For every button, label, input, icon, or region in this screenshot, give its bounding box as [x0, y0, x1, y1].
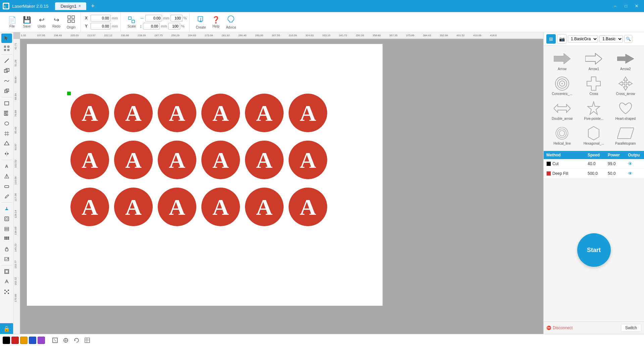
transform-button[interactable]	[50, 336, 60, 345]
close-button[interactable]: ✕	[632, 3, 641, 9]
edit-pen-tool[interactable]	[1, 192, 12, 201]
shape-circle-7[interactable]: A	[70, 141, 109, 179]
color-black[interactable]	[3, 337, 10, 344]
height-input[interactable]	[143, 23, 160, 30]
category1-select[interactable]: 1.BasicGra	[568, 35, 598, 43]
line-tool[interactable]	[1, 56, 12, 65]
search-button[interactable]: 🔍	[624, 35, 632, 43]
color-purple[interactable]	[38, 337, 45, 344]
image-tool[interactable]	[1, 254, 12, 264]
tab-close-button[interactable]: ×	[79, 4, 81, 8]
grid-tool[interactable]	[1, 129, 12, 138]
shape-circle-4[interactable]: A	[201, 94, 240, 132]
shape-parallelogram[interactable]: Parallelogram	[610, 123, 641, 148]
deep-fill-visibility-toggle[interactable]: 👁	[628, 171, 641, 176]
color-orange[interactable]	[20, 337, 28, 344]
shape-circle-5[interactable]: A	[245, 94, 284, 132]
shape-circle-17[interactable]: A	[245, 188, 284, 226]
create-button[interactable]: Create	[194, 14, 208, 31]
width-input[interactable]	[145, 15, 162, 21]
ellipse-tool[interactable]	[1, 119, 12, 128]
shape-circle-11[interactable]: A	[245, 141, 284, 179]
color-red[interactable]	[11, 337, 19, 344]
fill-tool[interactable]	[1, 204, 12, 213]
y-label: Y	[85, 24, 90, 29]
lock-button[interactable]: 🔒	[0, 323, 13, 334]
rect-tool[interactable]	[1, 99, 12, 108]
shape-circle-12[interactable]: A	[289, 141, 327, 179]
width-pct-input[interactable]	[170, 15, 183, 21]
eraser-tool[interactable]	[1, 182, 12, 191]
node-edit-tool[interactable]	[1, 44, 12, 53]
shape-circle-14[interactable]: A	[114, 188, 153, 226]
shape-circle-6[interactable]: A	[289, 94, 327, 132]
shape-arrow1[interactable]: Arrow1	[578, 49, 609, 73]
offset-tool[interactable]	[1, 214, 12, 224]
active-tab[interactable]: Design1 ×	[55, 2, 86, 10]
help-button[interactable]: ❓ Help	[209, 14, 222, 30]
shape-arrow[interactable]: Arrow	[546, 49, 578, 73]
mirror-tool[interactable]	[1, 149, 12, 158]
new-tab-button[interactable]: +	[89, 3, 97, 10]
lock-layer-tool[interactable]	[1, 244, 12, 254]
frame-tool[interactable]	[1, 267, 12, 276]
category2-select[interactable]: 1.Basic	[599, 35, 623, 43]
copy-tool[interactable]	[1, 86, 12, 96]
select-tool[interactable]	[1, 34, 12, 43]
shape-circle-3[interactable]: A	[158, 94, 196, 132]
shape-circle-9[interactable]: A	[158, 141, 196, 179]
save-button[interactable]: 💾 Save	[20, 14, 34, 30]
shape-circle-18[interactable]: A	[289, 188, 327, 226]
shape-heart[interactable]: Heart-shaped	[610, 98, 641, 123]
shape-circle-13[interactable]: A	[70, 188, 109, 226]
symmetry-tool[interactable]	[1, 171, 12, 181]
shape-concentric[interactable]: Concentric_...	[546, 73, 578, 98]
disconnect-button[interactable]: ⛔ Disconnect	[546, 326, 573, 330]
shape-hexagonal[interactable]: Hexagonal_...	[578, 123, 609, 148]
shape-circle-8[interactable]: A	[114, 141, 153, 179]
shape-helical[interactable]: Helical_line	[546, 123, 578, 148]
start-button[interactable]: Start	[577, 233, 611, 267]
duplicate-tool[interactable]	[1, 66, 12, 76]
redo-button[interactable]: ↪ Redo	[50, 14, 63, 30]
text-tool[interactable]: A	[1, 161, 12, 171]
color-blue[interactable]	[29, 337, 36, 344]
maximize-button[interactable]: □	[621, 3, 631, 9]
arrange-button[interactable]	[61, 336, 70, 345]
cut-method[interactable]: Cut	[546, 161, 588, 166]
advice-button[interactable]: Advice	[224, 14, 238, 31]
shape-circle-15[interactable]: A	[158, 188, 196, 226]
minimize-button[interactable]: –	[610, 3, 620, 9]
height-pct-input[interactable]	[168, 23, 180, 30]
layers-tool[interactable]	[1, 224, 12, 234]
scale-button[interactable]: Scale	[125, 14, 138, 30]
undo-button[interactable]: ↩ Undo	[35, 14, 48, 30]
camera-button[interactable]: 📷	[557, 34, 566, 44]
canvas-viewport[interactable]: A A A A A A A A A A A A A	[20, 39, 543, 334]
shape-circle-1[interactable]: A	[70, 94, 109, 132]
deep-fill-method[interactable]: Deep Fill	[546, 171, 588, 176]
cut-visibility-toggle[interactable]: 👁	[628, 161, 641, 166]
file-button[interactable]: 📄 File	[5, 14, 19, 30]
origin-button[interactable]: Origin	[64, 14, 78, 31]
shape-circle-10[interactable]: A	[201, 141, 240, 179]
polygon-tool[interactable]	[1, 139, 12, 148]
y-input[interactable]	[91, 23, 111, 30]
shape-circle-16[interactable]: A	[201, 188, 240, 226]
shape-double-arrow[interactable]: Double_arrow	[546, 98, 578, 123]
scatter-tool[interactable]	[1, 287, 12, 296]
x-input[interactable]	[91, 15, 111, 21]
shape-circle-2[interactable]: A	[114, 94, 153, 132]
switch-button[interactable]: Switch	[621, 324, 641, 332]
shape-cross[interactable]: Cross	[578, 73, 609, 98]
wave-tool[interactable]	[1, 76, 12, 86]
shape-five-point-star[interactable]: Five-pointe...	[578, 98, 609, 123]
shape-cross-arrow[interactable]: Cross_arrow	[610, 73, 641, 98]
array-tool[interactable]	[1, 234, 12, 244]
node-tool[interactable]	[1, 277, 12, 286]
table-button[interactable]	[83, 336, 92, 345]
align-tool[interactable]	[1, 109, 12, 118]
grid-view-button[interactable]: ⊞	[546, 34, 556, 44]
refresh-button[interactable]	[72, 336, 81, 345]
shape-arrow2[interactable]: Arrow2	[610, 49, 641, 73]
